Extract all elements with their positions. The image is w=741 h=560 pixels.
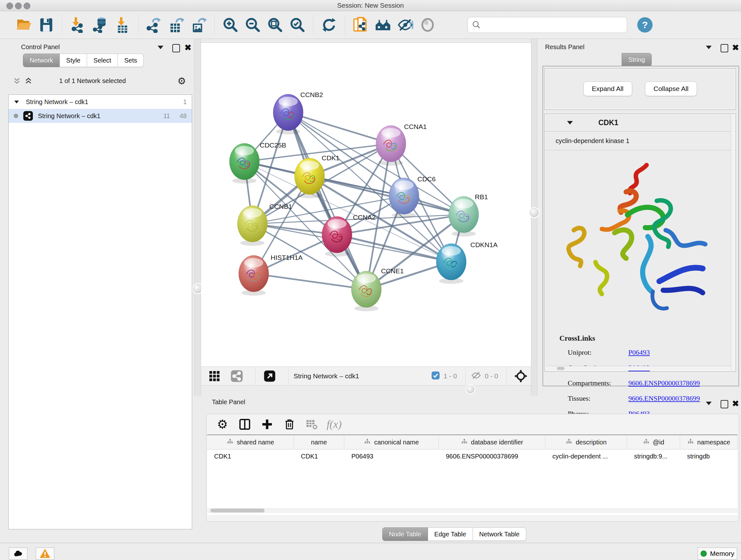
table-cell[interactable]: P06493 xyxy=(344,449,439,463)
grid-view-button[interactable] xyxy=(205,368,223,384)
tab-select[interactable]: Select xyxy=(87,54,118,67)
delete-column-button[interactable] xyxy=(280,416,298,433)
expand-all-button[interactable]: Expand All xyxy=(583,81,632,96)
add-column-button[interactable] xyxy=(258,416,276,433)
column-header-canonical-name[interactable]: canonical name xyxy=(344,435,439,449)
table-cell[interactable]: CDK1 xyxy=(294,449,344,463)
show-columns-button[interactable] xyxy=(236,416,254,433)
column-header-namespace[interactable]: namespace xyxy=(680,435,738,449)
cloud-status-button[interactable] xyxy=(9,548,27,560)
collection-expand-caret[interactable] xyxy=(14,100,19,104)
column-header-shared-name[interactable]: shared name xyxy=(207,435,294,449)
export-table-button[interactable] xyxy=(167,15,186,35)
open-view-in-window-button[interactable] xyxy=(261,368,279,384)
crosslink-link[interactable]: 9606.ENSP00000378699 xyxy=(628,379,700,387)
delete-table-button[interactable] xyxy=(303,416,321,433)
table-cell[interactable]: stringdb xyxy=(680,449,738,463)
column-header-name[interactable]: name xyxy=(294,435,344,449)
crosslink-link[interactable]: P06493 xyxy=(628,348,650,357)
node-CCNA1[interactable]: CCNA1 xyxy=(376,123,427,166)
protein-name: CDK1 xyxy=(598,118,618,127)
hide-panels-button[interactable] xyxy=(396,15,414,35)
table-cell[interactable]: stringdb:9... xyxy=(627,449,680,463)
network-view-share-button[interactable] xyxy=(228,368,246,384)
network-canvas[interactable]: CCNB2CCNA1CDC25BCDK1CDC6RB1CCNB1CCNA2CDK… xyxy=(201,43,531,367)
tab-sets[interactable]: Sets xyxy=(118,54,144,67)
tab-style[interactable]: Style xyxy=(60,54,87,67)
control-panel-menu-button[interactable] xyxy=(158,46,163,49)
results-vertical-scrollbar[interactable] xyxy=(731,115,735,371)
collapse-all-button[interactable]: Collapse All xyxy=(645,81,697,96)
protein-collapse-caret[interactable] xyxy=(567,121,573,125)
crosslink-link[interactable]: 9606.ENSP00000378699 xyxy=(628,394,700,402)
zoom-out-button[interactable] xyxy=(244,15,262,35)
table-panel-close-button[interactable]: ✖ xyxy=(732,400,739,407)
table-cell[interactable]: cyclin-dependent ... xyxy=(545,449,627,463)
node-HIST1H1A[interactable]: HIST1H1A xyxy=(239,254,302,296)
open-session-button[interactable] xyxy=(15,15,33,35)
results-horizontal-scrollbar[interactable] xyxy=(545,366,735,371)
horizontal-splitter-handle[interactable] xyxy=(467,386,474,393)
network-options-gear-icon[interactable]: ⚙ xyxy=(178,75,186,86)
results-panel-menu-button[interactable] xyxy=(706,46,712,49)
table-row[interactable]: CDK1CDK1P064939606.ENSP00000378699cyclin… xyxy=(207,449,738,463)
control-panel-float-button[interactable] xyxy=(172,44,180,52)
edge-HIST1H1A-CCNE1[interactable] xyxy=(254,273,366,289)
results-panel-close-button[interactable]: ✖ xyxy=(732,44,739,51)
left-splitter[interactable] xyxy=(194,39,201,396)
table-horizontal-scrollbar[interactable] xyxy=(207,508,738,513)
column-header-database-identifier[interactable]: database identifier xyxy=(439,435,545,449)
node-CDK1[interactable]: CDK1 xyxy=(294,154,340,198)
network-collection-row[interactable]: String Network – cdk1 1 xyxy=(9,95,192,109)
zoom-selected-button[interactable] xyxy=(288,15,307,35)
node-CCNB1[interactable]: CCNB1 xyxy=(238,203,292,246)
table-scrollbar-thumb[interactable] xyxy=(210,509,265,512)
node-CDC6[interactable]: CDC6 xyxy=(389,175,435,218)
left-splitter-handle[interactable] xyxy=(193,284,202,293)
protein-section-header[interactable]: CDK1 xyxy=(545,114,736,132)
edge-CCNB2-CCNA1[interactable] xyxy=(288,112,391,144)
right-splitter[interactable] xyxy=(531,39,537,396)
export-network-button[interactable] xyxy=(145,15,163,35)
import-database-button[interactable] xyxy=(91,15,110,35)
help-button[interactable]: ? xyxy=(637,17,653,33)
home-button[interactable] xyxy=(374,15,392,35)
memory-button[interactable]: Memory xyxy=(697,548,737,560)
table-cell[interactable]: 9606.ENSP00000378699 xyxy=(439,449,545,463)
tab-edge-table[interactable]: Edge Table xyxy=(428,527,473,541)
table-cell[interactable]: CDK1 xyxy=(207,449,294,463)
show-panels-button[interactable] xyxy=(418,15,437,35)
warnings-button[interactable] xyxy=(36,548,54,560)
birds-eye-view-button[interactable] xyxy=(512,368,530,384)
import-table-button[interactable] xyxy=(113,15,132,35)
node-RB1[interactable]: RB1 xyxy=(449,193,488,237)
results-scrollbar-thumb[interactable] xyxy=(557,367,564,370)
column-header-@id[interactable]: @id xyxy=(627,435,680,449)
control-panel-close-button[interactable]: ✖ xyxy=(185,44,192,51)
clone-network-button[interactable] xyxy=(351,15,370,35)
tab-network-table[interactable]: Network Table xyxy=(473,527,526,541)
column-header-description[interactable]: description xyxy=(545,435,627,449)
import-network-button[interactable] xyxy=(69,15,87,35)
table-options-gear-button[interactable]: ⚙ xyxy=(213,416,231,433)
tab-string[interactable]: String xyxy=(622,53,652,66)
search-input[interactable] xyxy=(484,18,627,32)
function-builder-button[interactable]: f(x) xyxy=(325,416,343,433)
selected-nodes-checkbox[interactable] xyxy=(431,371,441,381)
hidden-elements-icon[interactable] xyxy=(471,370,482,382)
refresh-button[interactable] xyxy=(320,15,338,35)
right-splitter-handle[interactable] xyxy=(530,208,539,217)
zoom-fit-button[interactable] xyxy=(266,15,284,35)
zoom-in-button[interactable] xyxy=(221,15,240,35)
table-panel-menu-button[interactable] xyxy=(706,401,712,405)
tab-network[interactable]: Network xyxy=(23,54,60,67)
node-CCNE1[interactable]: CCNE1 xyxy=(351,267,404,311)
edge-CCNB2-CCNE1[interactable] xyxy=(288,112,366,289)
node-CDKN1A[interactable]: CDKN1A xyxy=(436,241,497,284)
export-image-button[interactable] xyxy=(190,15,208,35)
table-panel-float-button[interactable] xyxy=(721,400,728,408)
network-row[interactable]: String Network – cdk1 11 48 xyxy=(9,109,192,123)
tab-node-table[interactable]: Node Table xyxy=(382,527,428,541)
save-session-button[interactable] xyxy=(37,15,56,35)
results-panel-float-button[interactable] xyxy=(721,44,728,52)
